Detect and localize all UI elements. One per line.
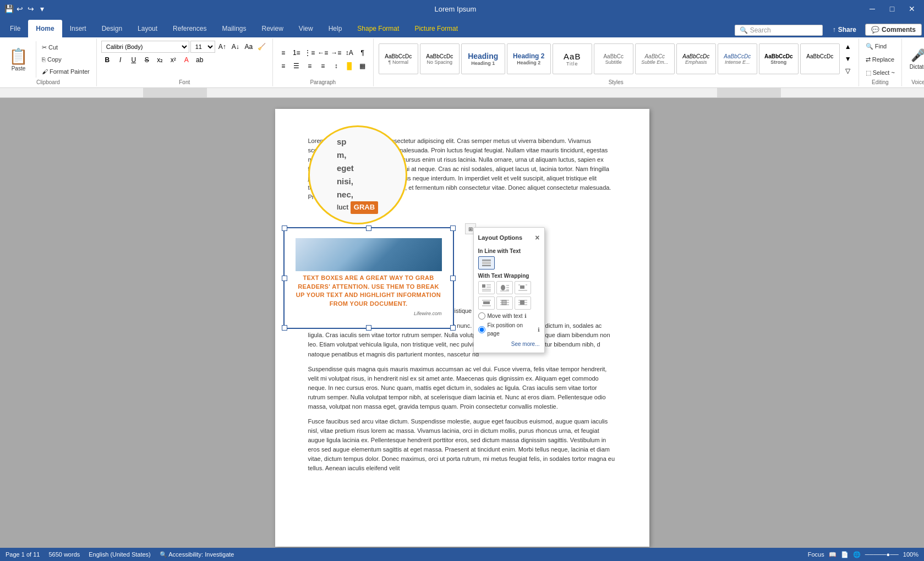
select-button[interactable]: ⬚ Select ~ [863,67,897,78]
top-bottom-wrap-button[interactable] [478,296,495,310]
change-case-button[interactable]: Aa [243,41,255,53]
style-heading2[interactable]: Heading 2Heading 2 [507,43,551,74]
tab-design[interactable]: Design [94,20,130,37]
tab-shape-format[interactable]: Shape Format [349,20,407,37]
tight-wrap-button[interactable] [496,281,513,294]
underline-button[interactable]: U [128,54,140,66]
paste-button[interactable]: 📋 Paste [4,45,32,74]
redo-icon[interactable]: ↪ [26,4,35,13]
close-button[interactable]: ✕ [904,3,920,15]
clear-formatting-button[interactable]: 🧹 [256,41,268,53]
tab-home[interactable]: Home [28,20,62,37]
bold-button[interactable]: B [101,54,113,66]
tab-insert[interactable]: Insert [62,20,94,37]
increase-indent-button[interactable]: →≡ [330,47,342,59]
sort-button[interactable]: ↕A [343,47,356,59]
grow-font-button[interactable]: A↑ [216,41,228,53]
undo-icon[interactable]: ↩ [15,4,24,13]
search-placeholder: Search [750,26,771,34]
tab-view[interactable]: View [291,20,321,37]
resize-handle-br[interactable] [450,325,456,331]
resize-handle-tl[interactable] [282,226,287,231]
resize-handle-tr[interactable] [450,226,456,231]
tab-layout[interactable]: Layout [130,20,165,37]
highlight-button[interactable]: ab [194,54,206,66]
style-extra1[interactable]: AaBbCcDc [800,43,840,74]
inline-text-icon-button[interactable] [478,256,495,270]
align-left-button[interactable]: ≡ [277,60,289,72]
style-intense-em[interactable]: AaBbCcDcIntense E... [718,43,757,74]
through-wrap-button[interactable] [515,281,531,294]
see-more-link[interactable]: See more... [478,340,540,348]
zoom-slider[interactable]: ─────●── [865,551,899,558]
borders-button[interactable]: ▦ [357,60,369,72]
style-emphasis[interactable]: AaBbCcDcEmphasis [676,43,716,74]
customize-icon[interactable]: ▾ [37,4,46,13]
resize-handle-bc[interactable] [366,325,371,331]
bullets-button[interactable]: ≡ [277,47,289,59]
tab-file[interactable]: File [2,20,28,37]
resize-handle-bl[interactable] [282,325,287,331]
line-spacing-button[interactable]: ↕ [330,60,342,72]
cut-button[interactable]: ✂ Cut [40,42,92,53]
subscript-button[interactable]: x₂ [154,54,166,66]
tab-review[interactable]: Review [254,20,291,37]
behind-text-button[interactable] [496,296,513,310]
shrink-font-button[interactable]: A↓ [229,41,242,53]
focus-button[interactable]: Focus [808,551,824,558]
multilevel-button[interactable]: ⋮≡ [304,47,316,59]
web-view-icon[interactable]: 🌐 [853,551,861,558]
resize-handle-tc[interactable] [366,226,371,231]
fix-position-radio[interactable] [478,326,485,333]
comments-button[interactable]: 💬 Comments [865,24,922,36]
styles-scroll-down[interactable]: ▼ [842,53,854,65]
find-button[interactable]: 🔍 Find [863,41,897,52]
font-color-button[interactable]: A [181,54,193,66]
minimize-button[interactable]: ─ [865,3,880,15]
tab-references[interactable]: References [165,20,214,37]
style-subtitle[interactable]: AaBbCcSubtitle [594,43,633,74]
align-center-button[interactable]: ☰ [291,60,303,72]
ruler [0,88,924,98]
tab-picture-format[interactable]: Picture Format [407,20,466,37]
italic-button[interactable]: I [114,54,127,66]
shading-button[interactable]: █ [343,60,356,72]
layout-close-button[interactable]: × [535,232,539,244]
style-subtle-em[interactable]: AaBbCcSubtle Em... [635,43,675,74]
copy-button[interactable]: ⎘ Copy [40,54,92,65]
font-size-select[interactable]: 11 [190,41,215,53]
strikethrough-button[interactable]: S [141,54,153,66]
move-with-text-radio[interactable] [478,312,485,320]
print-view-icon[interactable]: 📄 [841,551,849,558]
align-right-button[interactable]: ≡ [304,60,316,72]
share-button[interactable]: ↑ Share [827,24,862,35]
show-formatting-button[interactable]: ¶ [357,47,369,59]
resize-handle-mr[interactable] [450,276,456,281]
maximize-button[interactable]: □ [884,3,900,15]
style-normal[interactable]: AaBbCcDc¶ Normal [379,43,418,74]
styles-scroll-up[interactable]: ▲ [842,41,854,53]
search-box[interactable]: 🔍 Search [735,25,823,36]
text-box[interactable]: TEXT BOXES ARE A GREAT WAY TO GRAB READE… [283,227,454,329]
style-heading1[interactable]: HeadingHeading 1 [461,43,505,74]
styles-more[interactable]: ▽ [842,65,854,77]
tab-help[interactable]: Help [321,20,350,37]
dictate-button[interactable]: 🎤 Dictate [906,41,924,77]
square-wrap-button[interactable] [478,281,495,294]
superscript-button[interactable]: x² [167,54,179,66]
save-icon[interactable]: 💾 [4,4,13,13]
resize-handle-ml[interactable] [282,276,287,281]
format-painter-button[interactable]: 🖌 Format Painter [40,66,92,77]
style-no-spacing[interactable]: AaBbCcDcNo Spacing [420,43,460,74]
justify-button[interactable]: ≡ [317,60,329,72]
replace-button[interactable]: ⇄ Replace [863,54,897,65]
decrease-indent-button[interactable]: ←≡ [317,47,329,59]
tab-mailings[interactable]: Mailings [214,20,254,37]
numbering-button[interactable]: 1≡ [291,47,303,59]
read-view-icon[interactable]: 📖 [829,551,836,558]
font-name-select[interactable]: Calibri (Body) [101,41,189,53]
style-strong[interactable]: AaBbCcDcStrong [759,43,799,74]
style-title[interactable]: AaBTitle [553,43,592,74]
in-front-of-text-button[interactable] [515,296,531,310]
document-page[interactable]: sp m, eget nisi, nec, luct GRAB ⊞ Layout… [275,109,649,547]
